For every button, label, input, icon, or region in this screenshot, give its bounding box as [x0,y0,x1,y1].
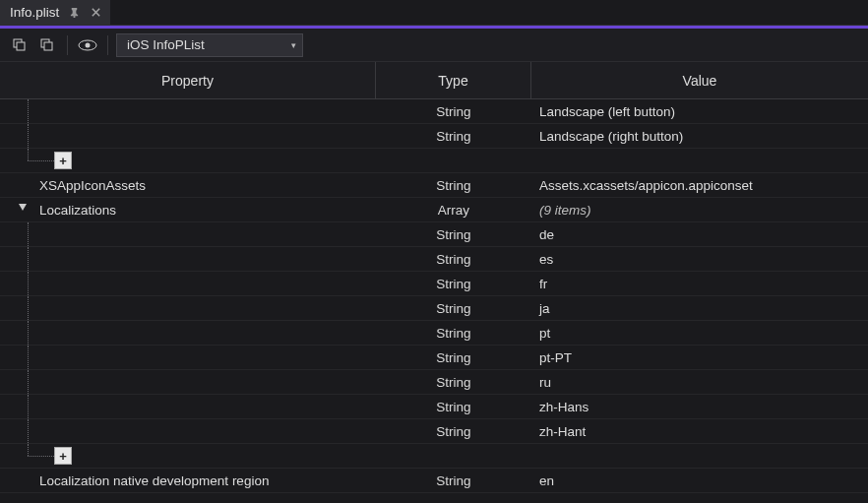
cell-type[interactable]: String [376,99,531,123]
cell-value[interactable]: en [531,469,868,492]
cell-value[interactable]: zh-Hans [531,395,868,418]
cell-value[interactable]: fr [531,272,868,295]
header-property[interactable]: Property [0,62,376,98]
cell-property[interactable] [0,321,376,345]
separator [67,35,68,55]
cell-type[interactable]: String [376,296,531,320]
type-label: String [436,129,470,144]
table-row[interactable]: Stringfr [0,272,868,296]
value-label: es [539,252,553,267]
schema-dropdown[interactable]: iOS InfoPList ▾ [116,33,303,57]
table-row[interactable]: Stringes [0,247,868,272]
cell-property[interactable] [0,99,376,123]
pin-icon[interactable] [67,6,81,20]
property-label: Localizations [39,203,116,218]
cell-type[interactable]: String [376,395,531,418]
cell-property[interactable]: XSAppIconAssets [0,173,376,197]
cell-type[interactable]: String [376,346,531,369]
table-row[interactable]: Stringja [0,296,868,321]
cell-value[interactable]: de [531,222,868,246]
cell-property[interactable]: Localization native development region [0,469,376,492]
tree-guide [28,444,29,456]
cell-value[interactable] [531,149,868,172]
table-row[interactable]: Stringpt-PT [0,346,868,370]
expand-toggle-icon[interactable] [18,202,30,214]
tree-guide [28,149,29,160]
cell-property[interactable] [0,370,376,394]
value-label: Landscape (left button) [539,104,675,119]
cell-property[interactable] [0,222,376,246]
value-label: pt [539,326,550,341]
type-label: String [436,104,470,119]
type-label: String [436,252,470,267]
cell-property[interactable] [0,247,376,271]
cell-property[interactable]: + [0,149,376,172]
table-row[interactable]: Stringzh-Hans [0,395,868,419]
cell-value[interactable]: ja [531,296,868,320]
collapse-all-button[interactable] [35,33,59,57]
cell-type[interactable]: String [376,124,531,148]
cell-property[interactable] [0,296,376,320]
type-label: String [436,350,470,365]
property-label: Localization native development region [39,473,269,488]
tree-guide [28,346,29,369]
type-label: String [436,375,470,390]
cell-type[interactable]: String [376,370,531,394]
cell-value[interactable]: Assets.xcassets/appicon.appiconset [531,173,868,197]
cell-value[interactable]: pt-PT [531,346,868,369]
type-label: Array [438,203,469,218]
table-row[interactable]: Stringpt [0,321,868,346]
cell-type[interactable] [376,444,531,468]
table-row[interactable]: Localization native development regionSt… [0,469,868,493]
tree-connector [28,160,54,161]
cell-type[interactable]: String [376,272,531,295]
close-icon[interactable] [89,6,102,20]
table-row[interactable]: + [0,149,868,173]
type-label: String [436,277,470,291]
table-row[interactable]: StringLandscape (left button) [0,99,868,124]
cell-value[interactable]: zh-Hant [531,419,868,443]
cell-type[interactable]: String [376,247,531,271]
cell-property[interactable]: + [0,444,376,468]
tree-connector [28,456,54,457]
cell-property[interactable]: Localizations [0,198,376,221]
cell-type[interactable]: String [376,469,531,492]
cell-value[interactable]: es [531,247,868,271]
cell-type[interactable]: String [376,222,531,246]
cell-value[interactable]: Landscape (left button) [531,99,868,123]
add-row-button[interactable]: + [54,447,72,465]
cell-value[interactable] [531,444,868,468]
table-row[interactable]: StringLandscape (right button) [0,124,868,149]
tree-guide [28,272,29,295]
table-row[interactable]: Stringru [0,370,868,395]
cell-type[interactable] [376,149,531,172]
value-label: (9 items) [539,203,591,218]
cell-value[interactable]: Landscape (right button) [531,124,868,148]
cell-value[interactable]: ru [531,370,868,394]
cell-property[interactable] [0,395,376,418]
header-type[interactable]: Type [376,62,531,98]
expand-all-button[interactable] [8,33,31,57]
cell-property[interactable] [0,272,376,295]
cell-type[interactable]: Array [376,198,531,221]
cell-property[interactable] [0,419,376,443]
table-row[interactable]: + [0,444,868,469]
toggle-view-button[interactable] [76,33,99,57]
table-row[interactable]: Stringzh-Hant [0,419,868,444]
property-label: XSAppIconAssets [39,178,146,193]
table-row[interactable]: XSAppIconAssetsStringAssets.xcassets/app… [0,173,868,198]
cell-value[interactable]: pt [531,321,868,345]
cell-property[interactable] [0,346,376,369]
table-row[interactable]: Stringde [0,222,868,247]
cell-type[interactable]: String [376,419,531,443]
add-row-button[interactable]: + [54,152,72,169]
tree-guide [28,419,29,443]
cell-value[interactable]: (9 items) [531,198,868,221]
header-value[interactable]: Value [531,62,868,98]
cell-type[interactable]: String [376,173,531,197]
table-row[interactable]: LocalizationsArray(9 items) [0,198,868,222]
cell-property[interactable] [0,124,376,148]
tab-infoplist[interactable]: Info.plist [0,0,110,25]
cell-type[interactable]: String [376,321,531,345]
tree-guide [28,99,29,123]
